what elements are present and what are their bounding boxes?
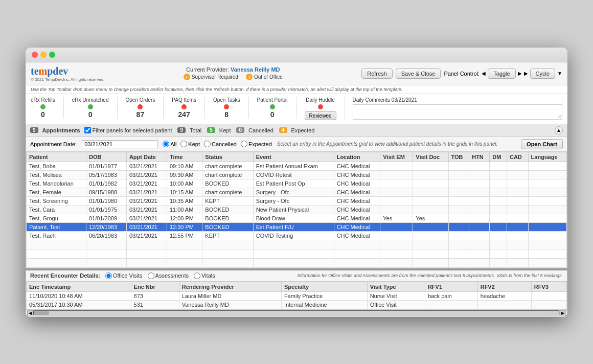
col-htn: HTN [469,152,490,162]
daily-huddle-label: Daily Huddle [305,97,336,103]
table-row[interactable]: Test, Boba01/01/197703/21/202109:10 AMch… [27,162,567,170]
provider-title: Current Provider: Vanessa Reilly MD [104,66,361,73]
stat-open-orders: Open Orders 87 [118,97,164,119]
alerts-row: ! Supervisor Required ! Out of Office [104,74,361,80]
minimize-button[interactable] [40,52,47,58]
radio-all[interactable]: All [163,141,176,147]
cycle-down-arrow[interactable]: ▼ [557,71,562,76]
cycle-button[interactable]: Cycle [530,69,556,79]
table-row[interactable]: Patient, Test12/20/198303/21/202112:30 P… [27,222,567,231]
info-bar: Use the Top Toolbar drop down menu to ch… [26,85,567,94]
patient-portal-value: 0 [257,110,288,119]
daily-comments-section: Daily Comments 03/21/2021 [345,97,562,121]
table-row-empty [27,258,567,267]
open-tasks-label: Open Tasks [213,97,240,103]
appointments-table-header: Patient DOB Appt Date Time Status Event … [27,152,567,162]
col-location: Location [334,152,380,162]
table-row[interactable]: Test, Grogu01/01/200903/21/202112:00 PMB… [27,214,567,222]
radio-expected[interactable]: Expected [241,141,272,147]
appointments-title: Appointments [42,127,80,133]
table-row-empty [27,240,567,249]
col-time: Time [167,152,202,162]
appointments-table-wrapper: Patient DOB Appt Date Time Status Event … [26,152,567,268]
reviewed-badge: Reviewed [305,111,336,120]
table-row[interactable]: 05/31/2017 10:30 AM531Vanessa Reilly MDI… [27,300,567,309]
appt-date-input[interactable] [82,140,157,148]
table-row-empty [27,249,567,258]
provider-info: Current Provider: Vanessa Reilly MD ! Su… [104,66,361,80]
encounter-table-header: Enc Timestamp Enc Nbr Rendering Provider… [27,282,567,291]
col-event: Event [253,152,334,162]
main-content: tempdev © 2021 TempDev,Inc. All rights r… [26,62,567,317]
open-orders-indicator [126,104,155,109]
table-row[interactable]: Test, Melissa05/17/198303/21/202109:30 A… [27,170,567,179]
col-cad: CAD [507,152,528,162]
col-appt-date: Appt Date [126,152,167,162]
erx-refills-value: 0 [31,110,55,119]
maximize-button[interactable] [49,52,55,58]
scroll-right-arrow[interactable]: ▶ [560,310,566,315]
patient-portal-label: Patient Portal [257,97,288,103]
panel-right-arrow[interactable]: ▶ [518,71,522,76]
radio-kept[interactable]: Kept [180,141,200,147]
stat-patient-portal: Patient Portal 0 [249,97,296,119]
provider-name: Vanessa Reilly MD [231,66,280,73]
appt-grid-note: Select an entry in the Appointments grid… [277,141,516,147]
erx-refills-label: eRx Refills [31,97,55,103]
encounter-header: Recent Encounter Details: Office Visits … [26,268,567,282]
stat-erx-refills: eRx Refills 0 [31,97,64,119]
encounter-table: Enc Timestamp Enc Nbr Rendering Provider… [26,282,567,309]
total-tab[interactable]: Total [190,127,201,133]
filter-checkbox[interactable] [84,127,91,133]
kept-tab[interactable]: Kept [219,127,231,133]
refresh-button[interactable]: Refresh [361,69,393,79]
panel-left-arrow[interactable]: ◀ [482,71,486,76]
table-row[interactable]: Test, Rach06/20/198303/21/202112:55 PMKE… [27,231,567,240]
supervisor-alert: ! Supervisor Required [184,74,238,80]
logo-area: tempdev © 2021 TempDev,Inc. All rights r… [31,65,104,82]
table-row[interactable]: Test, Female09/15/198803/21/202110:15 AM… [27,188,567,196]
collapse-appointments-button[interactable]: ▲ [555,126,563,134]
col-tob: TOB [448,152,469,162]
scrollbar-thumb[interactable] [34,311,49,315]
toolbar-buttons: Refresh Save & Close Panel Control: ◀ To… [361,69,562,79]
save-close-button[interactable]: Save & Close [396,69,441,79]
panel-refresh-arrow[interactable]: ▶ [524,71,528,76]
vitals-radio[interactable]: Vitals [194,272,215,279]
toggle-button[interactable]: Toggle [488,69,515,79]
logo: tempdev [31,65,104,77]
supervisor-icon: ! [184,74,190,80]
col-language: Language [528,152,566,162]
title-bar [26,48,567,62]
enc-col-provider: Rendering Provider [179,282,281,291]
table-row[interactable]: Test, Screening01/01/198003/21/202110:35… [27,196,567,205]
paq-items-value: 247 [172,110,196,119]
stat-daily-huddle: Daily Huddle Reviewed [296,97,345,120]
table-row[interactable]: Test, Mandolorian01/01/198203/21/202110:… [27,179,567,188]
expected-tab[interactable]: Expected [291,127,315,133]
main-window: tempdev © 2021 TempDev,Inc. All rights r… [26,48,567,317]
stat-erx-unmatched: eRx Unmatched 0 [64,97,118,119]
radio-cancelled[interactable]: Cancelled [204,141,237,147]
encounter-note: Information for Office Visits and Assess… [298,273,563,278]
scroll-left-arrow[interactable]: ◀ [27,310,33,315]
assessments-radio[interactable]: Assessments [148,272,189,279]
encounter-label: Recent Encounter Details: [30,272,100,279]
appointments-header: 9 Appointments Filter panels for selecte… [26,124,567,137]
daily-comments-input[interactable] [353,104,562,120]
col-patient: Patient [27,152,86,162]
table-row[interactable]: 11/10/2020 10:48 AM873Laura Miller MDFam… [27,291,567,300]
close-button[interactable] [32,52,38,58]
col-dm: DM [490,152,507,162]
ooo-icon: ! [246,74,253,80]
erx-unmatched-value: 0 [72,110,109,119]
cancelled-tab[interactable]: Cancelled [248,127,273,133]
open-chart-button[interactable]: Open Chart [521,139,563,149]
office-visits-radio[interactable]: Office Visits [105,272,143,279]
table-row[interactable]: Test, Cara01/01/197503/21/202111:00 AMBO… [27,205,567,214]
encounter-table-body: 11/10/2020 10:48 AM873Laura Miller MDFam… [27,291,567,309]
filter-checkbox-label[interactable]: Filter panels for selected patient [84,127,172,133]
header-toolbar: tempdev © 2021 TempDev,Inc. All rights r… [26,62,567,85]
scrollbar-track[interactable] [33,310,560,315]
horizontal-scrollbar[interactable]: ◀ ▶ [26,310,567,317]
